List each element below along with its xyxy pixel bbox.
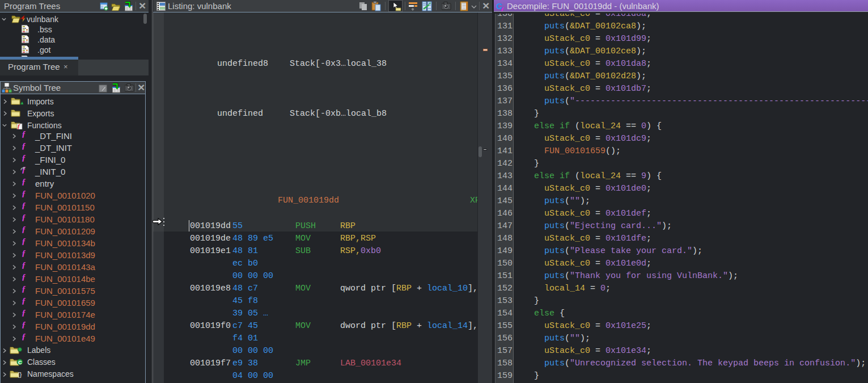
svg-text:{}: {}: [18, 371, 22, 378]
svg-text:C: C: [18, 360, 22, 365]
svg-text:f: f: [501, 6, 504, 11]
